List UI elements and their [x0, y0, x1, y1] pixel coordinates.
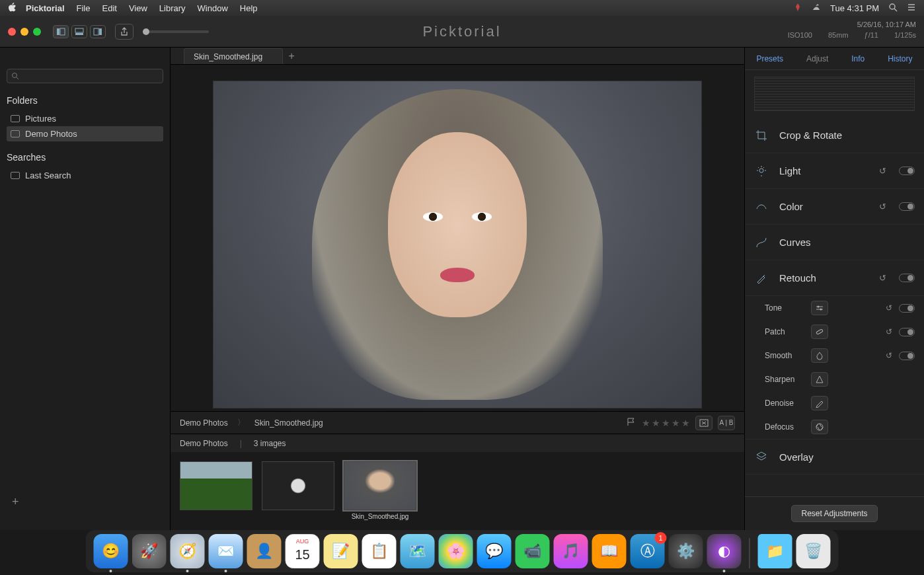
- reset-icon[interactable]: ↺: [879, 273, 888, 283]
- adj-light[interactable]: Light ↺: [745, 153, 924, 189]
- dock-trash[interactable]: 🗑️: [796, 534, 831, 568]
- breadcrumb-folder[interactable]: Demo Photos: [180, 418, 228, 428]
- retouch-sharpen[interactable]: Sharpen: [745, 367, 924, 391]
- reset-icon[interactable]: ↺: [886, 303, 892, 313]
- fullscreen-window-button[interactable]: [33, 28, 41, 36]
- close-window-button[interactable]: [8, 28, 16, 36]
- star-icon[interactable]: ★: [652, 418, 660, 428]
- document-tab[interactable]: Skin_Smoothed.jpg: [184, 48, 283, 64]
- toggle-switch[interactable]: [899, 274, 915, 282]
- dock-reminders[interactable]: 📋: [362, 534, 397, 568]
- photo-preview: [213, 81, 702, 408]
- add-tab-button[interactable]: +: [283, 48, 300, 64]
- dock-itunes[interactable]: 🎵: [554, 534, 588, 568]
- layout-left-button[interactable]: [53, 25, 69, 38]
- adj-curves[interactable]: Curves: [745, 225, 924, 260]
- brush-icon[interactable]: [811, 396, 828, 410]
- star-icon[interactable]: ★: [662, 418, 670, 428]
- apple-menu-icon[interactable]: [8, 3, 17, 14]
- dock-preferences[interactable]: ⚙️: [669, 534, 703, 568]
- dock-facetime[interactable]: 📹: [516, 534, 550, 568]
- menu-view[interactable]: View: [129, 3, 147, 13]
- adj-retouch[interactable]: Retouch ↺: [745, 260, 924, 296]
- retouch-patch[interactable]: Patch ↺: [745, 320, 924, 344]
- menu-file[interactable]: File: [77, 3, 91, 13]
- dock-mail[interactable]: ✉️: [209, 534, 243, 568]
- tab-presets[interactable]: Presets: [756, 54, 783, 63]
- dock-calendar[interactable]: AUG15: [286, 534, 320, 568]
- dock-downloads[interactable]: 📁: [758, 534, 792, 568]
- dock-safari[interactable]: 🧭: [171, 534, 205, 568]
- fit-button[interactable]: [695, 416, 712, 430]
- layout-right-button[interactable]: [90, 25, 106, 38]
- adj-overlay[interactable]: Overlay: [745, 439, 924, 475]
- folder-demo-photos[interactable]: Demo Photos: [7, 126, 163, 141]
- menu-edit[interactable]: Edit: [102, 3, 116, 13]
- thumbnail[interactable]: [262, 461, 334, 510]
- dock-messages[interactable]: 💬: [477, 534, 512, 568]
- dock-appstore[interactable]: Ⓐ1: [631, 534, 665, 568]
- add-folder-button[interactable]: +: [12, 495, 19, 509]
- menu-library[interactable]: Library: [159, 3, 186, 13]
- triangle-icon[interactable]: [811, 372, 828, 387]
- retouch-denoise[interactable]: Denoise: [745, 391, 924, 415]
- retouch-defocus[interactable]: Defocus: [745, 415, 924, 439]
- macos-menubar: Picktorial File Edit View Library Window…: [0, 0, 924, 16]
- toggle-switch[interactable]: [899, 202, 915, 211]
- adj-color[interactable]: Color ↺: [745, 189, 924, 225]
- toggle-switch[interactable]: [899, 304, 915, 313]
- flag-icon[interactable]: [626, 417, 636, 428]
- retouch-smooth[interactable]: Smooth ↺: [745, 344, 924, 367]
- minimize-window-button[interactable]: [20, 28, 28, 36]
- sliders-icon[interactable]: [811, 301, 828, 315]
- dock-notes[interactable]: 📝: [324, 534, 358, 568]
- dock-launchpad[interactable]: 🚀: [132, 534, 167, 568]
- thumbnail-selected[interactable]: Skin_Smoothed.jpg: [344, 461, 416, 510]
- app-name[interactable]: Picktorial: [26, 3, 65, 13]
- star-icon[interactable]: ★: [642, 418, 650, 428]
- menu-window[interactable]: Window: [198, 3, 228, 13]
- reset-adjustments-button[interactable]: Reset Adjustments: [791, 505, 877, 522]
- metadata-aperture: ƒ/11: [865, 30, 878, 40]
- retouch-tone[interactable]: Tone ↺: [745, 296, 924, 320]
- thumbnail[interactable]: [180, 461, 252, 510]
- folder-pictures[interactable]: Pictures: [7, 111, 163, 126]
- menu-help[interactable]: Help: [240, 3, 258, 13]
- reset-icon[interactable]: ↺: [886, 351, 892, 360]
- layout-bottom-button[interactable]: [71, 25, 87, 38]
- aperture-icon[interactable]: [811, 420, 828, 434]
- image-canvas[interactable]: [171, 65, 744, 411]
- dock-ibooks[interactable]: 📖: [592, 534, 627, 568]
- dock-finder[interactable]: 😊: [94, 534, 128, 568]
- share-button[interactable]: [115, 24, 134, 40]
- dock-photos[interactable]: 🌸: [439, 534, 473, 568]
- rating-stars[interactable]: ★ ★ ★ ★ ★: [642, 418, 690, 428]
- notification-center-icon[interactable]: [907, 3, 916, 14]
- breadcrumb-file[interactable]: Skin_Smoothed.jpg: [254, 418, 323, 428]
- search-last-search[interactable]: Last Search: [7, 168, 163, 183]
- drop-icon[interactable]: [811, 348, 828, 363]
- dock-picktorial[interactable]: ◐: [707, 534, 742, 568]
- reset-icon[interactable]: ↺: [886, 327, 892, 336]
- toggle-switch[interactable]: [899, 167, 915, 175]
- dock-contacts[interactable]: 👤: [247, 534, 282, 568]
- bandage-icon[interactable]: [811, 325, 828, 339]
- menubar-clock[interactable]: Tue 4:31 PM: [830, 3, 879, 13]
- star-icon[interactable]: ★: [681, 418, 690, 428]
- tab-info[interactable]: Info: [851, 54, 865, 63]
- star-icon[interactable]: ★: [672, 418, 680, 428]
- reset-icon[interactable]: ↺: [879, 166, 888, 176]
- adj-crop-rotate[interactable]: Crop & Rotate: [745, 118, 924, 153]
- dock-maps[interactable]: 🗺️: [401, 534, 435, 568]
- tab-adjust[interactable]: Adjust: [806, 54, 828, 63]
- toggle-switch[interactable]: [899, 352, 915, 360]
- tab-history[interactable]: History: [888, 54, 912, 63]
- status-icon-2[interactable]: [812, 3, 821, 14]
- toggle-switch[interactable]: [899, 328, 915, 336]
- reset-icon[interactable]: ↺: [879, 202, 888, 211]
- compare-button[interactable]: A | B: [718, 416, 735, 430]
- search-input[interactable]: [7, 69, 163, 83]
- zoom-slider[interactable]: [143, 30, 209, 33]
- status-icon-1[interactable]: [793, 3, 802, 14]
- spotlight-icon[interactable]: [888, 3, 898, 14]
